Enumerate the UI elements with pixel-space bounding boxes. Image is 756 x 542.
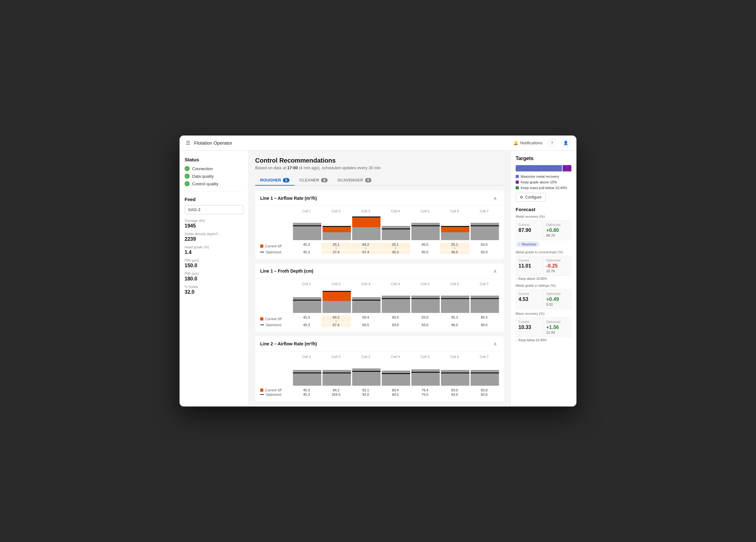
optimized-value: 45.3	[303, 393, 310, 397]
chart-header: Line 1 – Froth Depth (cm) ∧	[255, 263, 504, 279]
bar-container	[382, 288, 410, 313]
metric-opt-value: 88.70	[546, 233, 569, 237]
tabs: ROUGHER5CLEANER8SCAVENGER0	[255, 175, 504, 185]
collapse-button[interactable]: ∧	[491, 194, 499, 202]
current-sp-value: 93.0	[481, 388, 487, 392]
optimized-label: Optimized	[260, 323, 292, 327]
metric-current-sub: Current	[518, 320, 541, 324]
menu-icon[interactable]: ☰	[186, 140, 190, 146]
chart-section: Line 1 – Froth Depth (cm) ∧ Cell 1Cell 2…	[255, 263, 504, 332]
legend-item: Maximize metal recovery	[516, 174, 571, 178]
bar-container	[382, 215, 410, 240]
chart-body: Cell 1Cell 2Cell 3Cell 4Cell 5Cell 6Cell…	[255, 352, 504, 402]
optimized-value: 96.0	[481, 323, 487, 327]
current-sp-cell: 25.1 ∨	[440, 242, 469, 249]
collapse-button[interactable]: ∧	[491, 340, 499, 348]
current-sp-cell: 45.3	[292, 388, 321, 392]
chart-sections: Line 1 – Airflow Rate (m³/h) ∧ Cell 1Cel…	[255, 191, 504, 407]
metric-current-box: Current 10.33	[516, 317, 543, 337]
title-bar-left: ☰ Flotation Operator	[186, 140, 232, 146]
metric-current-value: 87.90	[518, 227, 541, 233]
constraint-icon: ↑	[516, 277, 517, 281]
metric-card: Current 4.53 Optimized +0.49 5.02	[516, 289, 571, 309]
content-title: Control Recommendations	[255, 157, 504, 164]
bar-line	[411, 298, 440, 299]
bar-container	[293, 361, 321, 386]
feed-title: Feed	[185, 197, 243, 202]
optimized-value: 45.3	[303, 323, 310, 327]
bar-line	[382, 298, 410, 299]
help-button[interactable]: ?	[547, 139, 556, 147]
current-sp-value: 60.4	[362, 316, 369, 319]
tab-scavenger[interactable]: SCAVENGER0	[333, 175, 377, 185]
legend-dot	[516, 186, 519, 189]
optimized-cell: 75.0	[410, 393, 440, 397]
configure-button[interactable]: ⚙ Configure	[516, 193, 546, 202]
current-sp-cell: 60.4	[351, 316, 381, 322]
current-sp-cell: 93.0	[381, 316, 410, 322]
optimized-value: 60.5	[392, 393, 398, 397]
current-sp-cell: 60.4	[381, 388, 410, 392]
app-title: Flotation Operator	[194, 140, 232, 145]
bar-container	[471, 288, 499, 313]
metric-card: Current 87.90 Optimized +0.80 88.70	[516, 220, 571, 240]
chart-header: Line 1 – Airflow Rate (m³/h) ∧	[255, 191, 504, 206]
optimized-value: 45.3	[392, 250, 398, 254]
feed-row-value: 32.0	[185, 289, 243, 295]
user-button[interactable]: 👤	[561, 139, 570, 147]
optimized-value: 96.0	[451, 323, 458, 327]
feed-row-label: % Solids	[185, 285, 243, 289]
current-sp-value: 93.0	[481, 242, 487, 246]
tab-badge: 0	[365, 178, 371, 182]
metric-opt-change: -0.25	[546, 263, 569, 269]
chart-title: Line 2 – Airflow Rate (m³/h)	[260, 341, 317, 346]
status-control-quality: ✓ Control quality	[185, 181, 243, 186]
arrow-down-icon: ∨	[335, 246, 337, 249]
chart-header: Line 2 – Froth Depth (cm) ∧	[255, 406, 504, 407]
metric-opt-box: Optimized +0.49 5.02	[543, 289, 571, 309]
optimized-cell: 93.0	[440, 393, 469, 397]
main-layout: Status ✓ Connection ✓ Data quality ✓ Con…	[180, 151, 576, 407]
feed-select[interactable]: SAG-3	[185, 205, 243, 214]
metric-current-box: Current 87.90	[516, 220, 543, 240]
bar-container	[352, 288, 381, 313]
status-data-quality: ✓ Data quality	[185, 174, 243, 179]
optimized-cell: 92.0	[351, 393, 381, 397]
optimized-value: 67.4	[333, 323, 339, 327]
current-sp-value: 84.2	[333, 388, 339, 392]
current-sp-cell: 45.3	[292, 242, 321, 249]
legend-dot	[516, 175, 519, 178]
current-sp-cell: 93.0	[410, 316, 440, 322]
optimized-value: 93.0	[392, 323, 398, 327]
optimized-cell: 45.3	[381, 250, 410, 254]
chart-header: Line 2 – Airflow Rate (m³/h) ∧	[255, 336, 504, 352]
metric-current-value: 11.01	[518, 263, 541, 269]
metric-opt-sub: Optimized	[546, 223, 569, 226]
current-sp-value: 93.0	[451, 388, 458, 392]
bar-line	[323, 291, 351, 292]
metric-opt-sub: Optimized	[546, 320, 569, 324]
current-sp-cell: 25.1 ∨	[321, 242, 351, 249]
cell-label: Cell 7	[469, 209, 499, 213]
current-sp-value: 75.4	[421, 388, 428, 392]
collapse-button[interactable]: ∧	[491, 267, 499, 275]
chart-body: Cell 1Cell 2Cell 3Cell 4Cell 5Cell 6Cell…	[255, 279, 504, 332]
maximize-button[interactable]: ↑Maximize	[516, 241, 540, 247]
screen: ☰ Flotation Operator 🔔 Notifications ? 👤…	[180, 135, 576, 407]
optimized-cell: 60.5	[381, 393, 410, 397]
metric-opt-box: Optimized +0.80 88.70	[543, 220, 571, 240]
status-connection-label: Connection	[192, 166, 213, 171]
chart-section: Line 1 – Airflow Rate (m³/h) ∧ Cell 1Cel…	[255, 191, 504, 259]
feed-row: Tonnage (t/h)1945	[185, 219, 243, 229]
tab-cleaner[interactable]: CLEANER8	[295, 175, 333, 185]
feed-row: P80 (μm)150.0	[185, 258, 243, 268]
bar-line	[323, 226, 351, 227]
tab-rougher[interactable]: ROUGHER5	[255, 175, 295, 185]
metric-label: Mass recovery (%)	[516, 312, 571, 316]
notifications-button[interactable]: 🔔 Notifications	[513, 140, 542, 145]
current-sp-cell: 95.0	[410, 242, 440, 249]
title-bar: ☰ Flotation Operator 🔔 Notifications ? 👤	[180, 135, 576, 151]
bar-line	[411, 372, 440, 373]
bar-container	[411, 361, 440, 386]
optimized-value: 93.0	[421, 323, 428, 327]
